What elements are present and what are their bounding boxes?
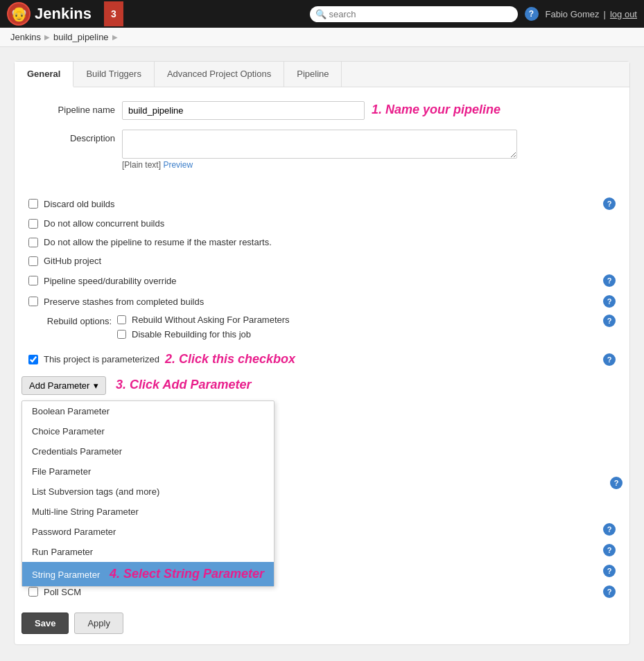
rebuild-options-row: Rebuild options: Rebuild Without Asking … bbox=[21, 312, 623, 342]
build-periodically-help-icon[interactable]: ? bbox=[603, 544, 616, 556]
disable-rebuilding-checkbox[interactable] bbox=[117, 330, 126, 339]
rebuild-checks: Rebuild Without Asking For Parameters Di… bbox=[117, 315, 290, 340]
rebuild-without-params-checkbox[interactable] bbox=[117, 315, 126, 324]
disable-rebuilding-row: Disable Rebuilding for this job bbox=[117, 329, 290, 340]
preserve-stashes-row: Preserve stashes from completed builds ? bbox=[21, 291, 623, 312]
form-hint: [Plain text] Preview bbox=[122, 160, 612, 170]
search-container: 🔍 bbox=[310, 6, 518, 22]
user-info: Fabio Gomez | log out bbox=[546, 9, 637, 19]
header: Jenkins 3 🔍 ? Fabio Gomez | log out bbox=[0, 0, 644, 28]
pipeline-name-input[interactable] bbox=[122, 101, 365, 120]
discard-old-builds-label: Discard old builds bbox=[44, 199, 115, 209]
save-button[interactable]: Save bbox=[21, 612, 69, 634]
dropdown-menu: Boolean Parameter Choice Parameter Crede… bbox=[21, 400, 275, 587]
dropdown-item-string-label: String Parameter bbox=[32, 570, 100, 580]
rebuild-options-label: Rebuild options: bbox=[28, 315, 112, 326]
no-concurrent-builds-checkbox[interactable] bbox=[28, 219, 38, 229]
dropdown-item-password[interactable]: Password Parameter bbox=[22, 522, 274, 542]
form-body: Pipeline name 1. Name your pipeline Desc… bbox=[15, 87, 629, 193]
tab-build-triggers[interactable]: Build Triggers bbox=[73, 62, 154, 87]
github-project-checkbox[interactable] bbox=[28, 256, 38, 266]
parameterized-row: This project is parameterized 2. Click t… bbox=[21, 348, 623, 371]
poll-scm-label: Poll SCM bbox=[44, 587, 81, 597]
rebuild-without-params-label: Rebuild Without Asking For Parameters bbox=[132, 315, 290, 325]
dropdown-item-credentials[interactable]: Credentials Parameter bbox=[22, 441, 274, 461]
rebuild-help-icon[interactable]: ? bbox=[603, 315, 616, 327]
dropdown-item-list-subversion[interactable]: List Subversion tags (and more) bbox=[22, 482, 274, 502]
checkboxes-section: Discard old builds ? Do not allow concur… bbox=[15, 193, 629, 371]
main-content: General Build Triggers Advanced Project … bbox=[0, 47, 644, 659]
apply-button[interactable]: Apply bbox=[74, 612, 123, 634]
preserve-stashes-label: Preserve stashes from completed builds bbox=[44, 297, 204, 307]
jenkins-logo[interactable]: Jenkins bbox=[7, 2, 92, 26]
pipeline-speed-label: Pipeline speed/durability override bbox=[44, 276, 177, 286]
header-separator: | bbox=[604, 9, 606, 19]
dropdown-item-run[interactable]: Run Parameter bbox=[22, 542, 274, 562]
logout-link[interactable]: log out bbox=[610, 9, 637, 19]
pipeline-speed-checkbox[interactable] bbox=[28, 276, 38, 285]
header-help-icon[interactable]: ? bbox=[525, 7, 539, 21]
build-after-help-icon[interactable]: ? bbox=[603, 523, 616, 536]
dropdown-item-file[interactable]: File Parameter bbox=[22, 461, 274, 482]
add-param-button[interactable]: Add Parameter ▾ bbox=[21, 376, 106, 395]
discard-help-icon[interactable]: ? bbox=[603, 197, 616, 210]
disable-rebuilding-label: Disable Rebuilding for this job bbox=[132, 329, 251, 340]
dropdown-item-string[interactable]: String Parameter 4. Select String Parame… bbox=[22, 562, 274, 586]
preserve-stashes-help-icon[interactable]: ? bbox=[603, 295, 616, 308]
github-hook-help-icon[interactable]: ? bbox=[603, 565, 616, 577]
parameterized-help-icon[interactable]: ? bbox=[603, 353, 616, 366]
dropdown-item-multiline[interactable]: Multi-line String Parameter bbox=[22, 502, 274, 522]
parameterized-annotation: 2. Click this checkbox bbox=[165, 352, 295, 367]
dropdown-item-boolean[interactable]: Boolean Parameter bbox=[22, 401, 274, 421]
search-input[interactable] bbox=[310, 6, 518, 22]
add-param-annotation: 3. Click Add Parameter bbox=[116, 378, 251, 391]
no-resume-checkbox[interactable] bbox=[28, 238, 38, 247]
discard-old-builds-checkbox[interactable] bbox=[28, 199, 38, 209]
github-project-row: GitHub project bbox=[21, 252, 623, 270]
tab-advanced-options[interactable]: Advanced Project Options bbox=[155, 62, 284, 87]
tabs: General Build Triggers Advanced Project … bbox=[15, 62, 629, 87]
pipeline-name-label: Pipeline name bbox=[32, 101, 115, 115]
footer-buttons: Save Apply bbox=[15, 602, 629, 644]
pipeline-speed-row: Pipeline speed/durability override ? bbox=[21, 270, 623, 291]
preview-link[interactable]: Preview bbox=[163, 160, 193, 170]
pipeline-name-annotation: 1. Name your pipeline bbox=[372, 101, 501, 117]
jenkins-title: Jenkins bbox=[35, 5, 92, 23]
no-concurrent-builds-row: Do not allow concurrent builds bbox=[21, 214, 623, 233]
config-card: General Build Triggers Advanced Project … bbox=[14, 61, 630, 645]
dropdown-item-choice[interactable]: Choice Parameter bbox=[22, 421, 274, 441]
parameterized-checkbox[interactable] bbox=[28, 355, 38, 364]
add-param-container: Add Parameter ▾ 3. Click Add Parameter B… bbox=[15, 371, 629, 400]
jenkins-avatar bbox=[7, 2, 31, 26]
tab-general[interactable]: General bbox=[15, 62, 73, 87]
description-label: Description bbox=[32, 130, 115, 143]
throttle-help-icon[interactable]: ? bbox=[610, 477, 623, 489]
plain-text-label: [Plain text] bbox=[122, 160, 161, 170]
preserve-stashes-checkbox[interactable] bbox=[28, 297, 38, 306]
no-resume-label: Do not allow the pipeline to resume if t… bbox=[44, 237, 272, 247]
poll-scm-checkbox[interactable] bbox=[28, 587, 38, 597]
no-concurrent-builds-label: Do not allow concurrent builds bbox=[44, 218, 164, 229]
add-param-label: Add Parameter bbox=[29, 380, 89, 391]
breadcrumb-jenkins[interactable]: Jenkins bbox=[10, 32, 41, 42]
username: Fabio Gomez bbox=[546, 9, 600, 19]
github-project-label: GitHub project bbox=[44, 256, 101, 266]
breadcrumb-pipeline[interactable]: build_pipeline bbox=[53, 32, 109, 42]
discard-old-builds-row: Discard old builds ? bbox=[21, 193, 623, 214]
breadcrumb-sep-1: ▶ bbox=[44, 33, 50, 41]
pipeline-name-row: Pipeline name 1. Name your pipeline bbox=[32, 101, 612, 120]
description-textarea[interactable] bbox=[122, 130, 517, 159]
breadcrumb: Jenkins ▶ build_pipeline ▶ bbox=[0, 28, 644, 47]
parameterized-label: This project is parameterized bbox=[44, 354, 159, 364]
tab-pipeline[interactable]: Pipeline bbox=[284, 62, 342, 87]
breadcrumb-sep-2: ▶ bbox=[112, 33, 118, 41]
poll-scm-help-icon[interactable]: ? bbox=[603, 585, 616, 598]
rebuild-without-params-row: Rebuild Without Asking For Parameters bbox=[117, 315, 290, 325]
description-row: Description [Plain text] Preview bbox=[32, 130, 612, 170]
no-resume-row: Do not allow the pipeline to resume if t… bbox=[21, 233, 623, 252]
notification-badge[interactable]: 3 bbox=[104, 1, 123, 26]
search-icon: 🔍 bbox=[315, 9, 327, 19]
pipeline-speed-help-icon[interactable]: ? bbox=[603, 274, 616, 287]
select-param-annotation: 4. Select String Parameter bbox=[110, 567, 264, 581]
add-param-arrow: ▾ bbox=[94, 380, 98, 391]
